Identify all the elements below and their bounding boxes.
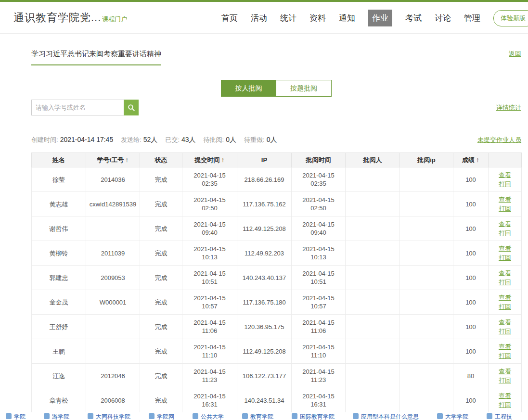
sort-arrow-icon[interactable]: ↑: [125, 156, 129, 164]
bookmark-link[interactable]: 大同科技学院: [88, 412, 130, 420]
view-link[interactable]: 查看: [491, 195, 518, 204]
tab-review-by-person[interactable]: 按人批阅: [221, 80, 276, 97]
cell-status: 完成: [140, 364, 182, 388]
cell-actions: 查看打回: [489, 388, 522, 413]
cell-review-ip: [400, 339, 453, 364]
favicon-icon: [437, 413, 443, 419]
review-tabs: 按人批阅按题批阅: [31, 80, 521, 97]
assignment-title: 学习习近平总书记来闽考察重要讲话精神: [31, 50, 161, 65]
tab-review-by-question[interactable]: 按题批阅: [276, 80, 332, 97]
cell-reviewer: [346, 241, 400, 266]
info-label: 待重做:: [244, 136, 265, 143]
send-back-link[interactable]: 打回: [491, 229, 518, 238]
column-header-score[interactable]: 成绩↑: [453, 153, 489, 167]
bookmark-link[interactable]: 公共大学: [193, 412, 224, 420]
nav-item-stats[interactable]: 统计: [280, 13, 296, 24]
info-label: 发送给:: [121, 136, 142, 143]
nav-item-manage[interactable]: 管理: [464, 13, 480, 24]
view-link[interactable]: 查看: [491, 391, 518, 400]
bookmark-link[interactable]: 工程技: [487, 412, 512, 420]
cell-status: 完成: [140, 167, 182, 192]
cell-score: 100: [453, 290, 489, 315]
table-row: 郭建忠2009053完成2021-04-15 10:51140.243.40.1…: [32, 266, 522, 290]
cell-submit-time: 2021-04-15 16:31: [182, 388, 237, 413]
cell-review-ip: [400, 167, 453, 192]
send-back-link[interactable]: 打回: [491, 376, 518, 385]
cell-name: 徐莹: [32, 167, 86, 192]
nav-item-home[interactable]: 首页: [221, 13, 238, 24]
bookmark-link[interactable]: 国际教育学院: [292, 412, 335, 420]
cell-status: 完成: [140, 315, 182, 339]
sort-arrow-icon[interactable]: ↑: [476, 156, 479, 164]
info-pair: 待重做:0人: [244, 136, 277, 144]
send-back-link[interactable]: 打回: [491, 400, 518, 409]
table-row: 江逸2012046完成2021-04-15 11:23106.122.73.17…: [32, 364, 522, 388]
view-link[interactable]: 查看: [491, 318, 518, 327]
bookmark-link[interactable]: 大学学院: [437, 412, 468, 420]
favicon-icon: [149, 413, 155, 419]
cell-status: 完成: [140, 216, 182, 241]
send-back-link[interactable]: 打回: [491, 179, 518, 189]
nav-item-homework[interactable]: 作业: [368, 10, 392, 26]
cell-review-ip: [400, 290, 453, 315]
bookmark-label: 学院: [14, 412, 26, 420]
cell-submit-time: 2021-04-15 11:10: [182, 339, 237, 364]
search-input[interactable]: [31, 100, 124, 115]
detail-stats-link[interactable]: 详情统计: [496, 103, 521, 112]
bookmark-link[interactable]: 学院: [6, 412, 26, 420]
view-link[interactable]: 查看: [491, 170, 518, 179]
cell-submit-time: 2021-04-15 10:51: [182, 266, 237, 290]
cell-actions: 查看打回: [489, 241, 522, 266]
column-header-id[interactable]: 学号/工号↑: [86, 153, 140, 167]
column-header-submit-time[interactable]: 提交时间↑: [182, 153, 237, 167]
cell-ip: 117.136.75.162: [237, 192, 292, 216]
search-button[interactable]: [124, 100, 139, 115]
cell-score: 100: [453, 192, 489, 216]
bookmark-link[interactable]: 游学院: [44, 412, 69, 420]
view-link[interactable]: 查看: [491, 268, 518, 278]
bookmark-label: 教育学院: [250, 412, 273, 420]
cell-status: 完成: [140, 388, 182, 413]
try-new-version-button[interactable]: 体验新版: [493, 10, 528, 26]
favicon-icon: [88, 413, 93, 419]
cell-score: 100: [453, 339, 489, 364]
cell-ip: 112.49.125.208: [237, 339, 292, 364]
cell-reviewer: [346, 216, 400, 241]
nav-item-discussion[interactable]: 讨论: [435, 13, 451, 24]
send-back-link[interactable]: 打回: [491, 351, 518, 360]
favicon-icon: [292, 413, 297, 419]
cell-review-ip: [400, 388, 453, 413]
nav-item-materials[interactable]: 资料: [309, 13, 326, 24]
send-back-link[interactable]: 打回: [491, 278, 518, 287]
cell-review-ip: [400, 266, 453, 290]
view-link[interactable]: 查看: [491, 367, 518, 376]
send-back-link[interactable]: 打回: [491, 327, 518, 336]
cell-actions: 查看打回: [489, 290, 522, 315]
view-link[interactable]: 查看: [491, 244, 518, 253]
nav-item-exam[interactable]: 考试: [405, 13, 422, 24]
cell-submit-time: 2021-04-15 10:57: [182, 290, 237, 315]
view-link[interactable]: 查看: [491, 293, 518, 302]
bookmark-link[interactable]: 学院网: [149, 412, 174, 420]
info-value: 2021-04-14 17:45: [60, 136, 114, 143]
favicon-icon: [353, 413, 359, 419]
cell-review-time: 2021-04-15 11:10: [292, 339, 346, 364]
nav-item-activity[interactable]: 活动: [251, 13, 267, 24]
bookmark-link[interactable]: 应用型本科是什么意思: [353, 412, 419, 420]
send-back-link[interactable]: 打回: [491, 253, 518, 262]
cell-id: [86, 315, 140, 339]
table-row: 黄柳铃2011039完成2021-04-15 10:13112.49.92.20…: [32, 241, 522, 266]
sort-arrow-icon[interactable]: ↑: [221, 156, 225, 164]
cell-ip: 106.122.73.177: [237, 364, 292, 388]
send-back-link[interactable]: 打回: [491, 204, 518, 213]
view-link[interactable]: 查看: [491, 342, 518, 351]
view-link[interactable]: 查看: [491, 219, 518, 229]
table-row: 王舒妤完成2021-04-15 11:06120.36.95.1752021-0…: [32, 315, 522, 339]
cell-actions: 查看打回: [489, 192, 522, 216]
not-submitted-link[interactable]: 未提交作业人员: [477, 136, 521, 144]
cell-review-time: 2021-04-15 09:40: [292, 216, 346, 241]
nav-item-notice[interactable]: 通知: [339, 13, 355, 24]
back-link[interactable]: 返回: [509, 50, 521, 58]
bookmark-link[interactable]: 教育学院: [242, 412, 273, 420]
send-back-link[interactable]: 打回: [491, 302, 518, 311]
